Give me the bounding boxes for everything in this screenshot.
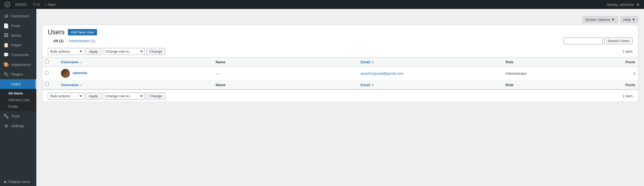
page-title: Users <box>48 28 65 36</box>
bulk-actions-select-bottom[interactable]: Bulk actions <box>48 93 84 100</box>
email-col-header: Email <box>358 57 503 67</box>
email-link[interactable]: arash11javadi@gmail.com <box>361 71 403 76</box>
sidebar-item-comments[interactable]: 💬 Comments <box>0 50 36 60</box>
collapse-icon: ◀ <box>3 180 6 184</box>
add-new-user-button[interactable]: Add New User <box>68 29 97 35</box>
settings-icon: ⚙ <box>3 123 9 129</box>
tablenav-bottom: Bulk actions Apply Change role to... Cha… <box>42 90 638 102</box>
username-sort-arrow-footer <box>80 83 82 86</box>
sidebar-item-media[interactable]: 🖼 Media <box>0 31 36 40</box>
comments-count: 0 <box>37 3 39 7</box>
sidebar-item-users[interactable]: 👤 Users <box>0 79 36 89</box>
select-all-th-bottom <box>42 80 58 90</box>
tools-icon: 🔧 <box>3 113 9 119</box>
dashboard-icon: ⊞ <box>3 13 9 19</box>
email-cell: arash11javadi@gmail.com <box>358 67 503 80</box>
screen-options-arrow: ▼ <box>611 18 615 22</box>
change-role-select-top[interactable]: Change role to... <box>103 48 145 55</box>
tablenav-top: Bulk actions Apply Change role to... Cha… <box>42 46 638 57</box>
submenu-item-add-new[interactable]: Add New User <box>0 97 36 103</box>
change-button-top[interactable]: Change <box>146 48 165 55</box>
search-area: Search Users <box>564 37 633 44</box>
posts-col-footer: Posts <box>600 80 638 90</box>
tablenav-right-bottom: 1 item <box>623 94 633 98</box>
role-col-footer: Role <box>503 80 600 90</box>
username-sort-link-footer[interactable]: Username <box>61 83 210 87</box>
help-arrow: ▼ <box>632 18 635 22</box>
role-col-header: Role <box>503 57 600 67</box>
posts-col-header: Posts <box>600 57 638 67</box>
users-icon: 👤 <box>3 81 9 87</box>
media-icon: 🖼 <box>3 33 9 38</box>
filter-all[interactable]: All (1) <box>53 39 63 43</box>
admin-bar: W 250201 🗨 0 + New Howdy, a4mm4a ⊕ <box>0 0 644 9</box>
role-cell: Administrator <box>503 67 600 80</box>
site-name[interactable]: 250201 <box>12 0 30 9</box>
wp-logo[interactable]: W <box>2 0 12 9</box>
row-checkbox-cell <box>42 67 58 80</box>
pages-icon: 📋 <box>3 42 9 48</box>
screen-options-btn[interactable]: Screen Options ▼ <box>582 16 618 23</box>
username-col-footer: Username <box>58 80 213 90</box>
search-users-button[interactable]: Search Users <box>604 37 633 44</box>
users-table-body: a4mm4a — arash11javadi@gmail.com Adminis… <box>42 67 638 80</box>
sidebar-item-pages[interactable]: 📋 Pages <box>0 40 36 50</box>
new-content-btn[interactable]: + New <box>42 0 58 9</box>
change-role-select-bottom[interactable]: Change role to... <box>103 93 145 100</box>
avatar <box>61 69 70 78</box>
username-link[interactable]: a4mm4a <box>73 71 87 75</box>
apply-button-bottom[interactable]: Apply <box>86 93 101 100</box>
expand-icon: ⊕ <box>636 3 642 7</box>
email-sort-link[interactable]: Email <box>361 60 500 64</box>
name-col-footer: Name <box>213 80 358 90</box>
search-input[interactable] <box>564 37 603 44</box>
plugins-icon: 🔌 <box>3 72 9 77</box>
submenu-item-profile[interactable]: Profile <box>0 103 36 110</box>
sidebar-item-settings[interactable]: ⚙ Settings <box>0 121 36 131</box>
row-checkbox[interactable] <box>45 71 49 75</box>
comments-icon: 🗨 <box>33 3 36 7</box>
user-greeting[interactable]: Howdy, a4mm4a <box>604 3 636 7</box>
filter-links: All (1) | Administrator (1) <box>48 37 101 45</box>
posts-icon: 📄 <box>3 23 9 28</box>
sidebar-item-posts[interactable]: 📄 Posts <box>0 21 36 31</box>
users-submenu: All Users Add New User Profile <box>0 89 36 111</box>
sidebar-item-tools[interactable]: 🔧 Tools <box>0 111 36 121</box>
tablenav-left-bottom: Bulk actions Apply Change role to... Cha… <box>48 93 165 100</box>
help-btn[interactable]: Help ▼ <box>620 16 638 23</box>
item-count-top: 1 item <box>623 49 633 54</box>
sidebar-item-dashboard[interactable]: ⊞ Dashboard <box>0 11 36 21</box>
content-wrap: Users Add New User All (1) | Administrat… <box>42 25 638 102</box>
email-sort-link-footer[interactable]: Email <box>361 83 500 87</box>
sidebar: ⊞ Dashboard 📄 Posts 🖼 Media 📋 Pages 💬 Co… <box>0 9 36 186</box>
select-all-checkbox-bottom[interactable] <box>45 83 49 86</box>
username-cell: a4mm4a <box>58 67 213 80</box>
submenu-item-all-users[interactable]: All Users <box>0 90 36 97</box>
comments-link[interactable]: 🗨 0 <box>30 0 42 9</box>
email-sort-arrow <box>371 60 374 64</box>
change-button-bottom[interactable]: Change <box>146 93 165 100</box>
username-sort-link[interactable]: Username <box>61 60 210 64</box>
table-footer-row: Username Name Email Role Posts <box>42 80 638 90</box>
table-header-row: Username Name Email Role Posts <box>42 57 638 67</box>
posts-cell: 1 <box>600 67 638 80</box>
collapse-menu-btn[interactable]: ◀ Collapse menu <box>0 178 36 186</box>
username-col-header: Username <box>58 57 213 67</box>
name-value: — <box>216 71 219 76</box>
filter-administrator[interactable]: Administrator (1) <box>68 39 95 43</box>
sidebar-item-appearance[interactable]: 🎨 Appearance <box>0 60 36 69</box>
apply-button-top[interactable]: Apply <box>86 48 101 55</box>
page-title-area: Users Add New User <box>42 25 638 36</box>
username-sort-arrow <box>80 61 82 64</box>
select-all-th <box>42 57 58 67</box>
screen-meta-links: Screen Options ▼ Help ▼ <box>42 15 638 25</box>
sidebar-item-plugins[interactable]: 🔌 Plugins <box>0 69 36 79</box>
bulk-actions-select-top[interactable]: Bulk actions <box>48 48 84 55</box>
select-all-checkbox[interactable] <box>45 60 49 63</box>
filter-search-row: All (1) | Administrator (1) Search Users <box>42 36 638 46</box>
users-table: Username Name Email Role Posts <box>42 57 638 90</box>
name-cell: — <box>213 67 358 80</box>
table-row: a4mm4a — arash11javadi@gmail.com Adminis… <box>42 67 638 80</box>
main-content: Screen Options ▼ Help ▼ Users Add New Us… <box>36 9 644 186</box>
avatar-image <box>61 69 70 78</box>
